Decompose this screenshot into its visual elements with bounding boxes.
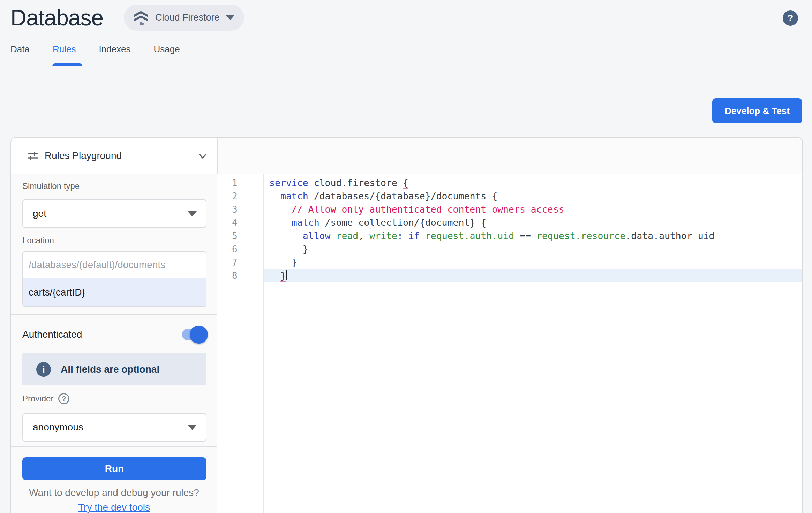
code-token: /databases/{database}/documents { [308,191,497,201]
line-number: 3 [218,203,263,216]
location-label: Location [22,236,54,245]
code-token: match [292,217,319,228]
code-token: request.auth.uid [425,230,514,241]
location-field[interactable]: /databases/(default)/documents carts/{ca… [22,251,206,307]
code-token: service [269,177,308,188]
code-line[interactable]: 8 } [218,269,802,282]
code-token: cloud.firestore [308,177,403,188]
rules-code-editor[interactable]: 1service cloud.firestore {2 match /datab… [218,174,802,513]
help-button[interactable]: ? [783,10,798,26]
authenticated-row: Authenticated [22,326,206,344]
code-token: } [269,244,308,254]
code-line[interactable]: 6 } [218,243,802,256]
dev-tools-link[interactable]: Try the dev tools [78,502,150,513]
location-input[interactable]: carts/{cartID} [23,278,206,306]
line-number: 4 [218,216,263,229]
question-mark-icon: ? [788,13,794,23]
firestore-icon [133,10,149,26]
code-line-source: // Allow only authenticated content owne… [263,203,802,216]
code-line[interactable]: 4 match /some_collection/{document} { [218,216,802,229]
develop-and-test-button[interactable]: Develop & Test [712,98,802,123]
tab-rules[interactable]: Rules [53,44,76,64]
code-token: .data.author_uid [625,230,714,241]
code-token [269,270,280,281]
simulation-type-select[interactable]: get [22,199,206,228]
code-line[interactable]: 3 // Allow only authenticated content ow… [218,203,802,216]
code-token: } [269,257,297,268]
line-number: 6 [218,243,263,256]
tabs-divider [0,66,812,66]
product-switcher-chip[interactable]: Cloud Firestore [124,5,244,31]
code-line-source: } [263,269,802,282]
code-token: } [280,270,286,282]
code-token: read [336,230,358,241]
authenticated-toggle[interactable] [182,328,206,341]
authenticated-label: Authenticated [22,329,82,340]
line-number: 5 [218,229,263,243]
section-divider [11,314,217,315]
code-area[interactable]: 1service cloud.firestore {2 match /datab… [218,174,802,513]
code-line-source: allow read, write: if request.auth.uid =… [263,229,802,243]
provider-select[interactable]: anonymous [22,413,206,442]
provider-help-icon[interactable]: ? [58,393,69,404]
code-token: { [403,177,408,189]
info-banner: i All fields are optional [22,353,206,385]
card-header: Rules Playground [11,138,802,174]
tab-data[interactable]: Data [10,44,30,64]
code-line-source: match /databases/{database}/documents { [263,190,802,203]
product-switcher-label: Cloud Firestore [155,12,220,23]
code-token [269,191,280,201]
line-number: 8 [218,269,263,282]
code-line[interactable]: 7 } [218,256,802,269]
code-line-source: service cloud.firestore { [263,176,802,190]
code-line[interactable]: 1service cloud.firestore { [218,176,802,190]
active-tab-indicator [52,63,82,66]
rules-playground-header[interactable]: Rules Playground [11,138,217,174]
code-line[interactable]: 5 allow read, write: if request.auth.uid… [218,229,802,243]
rules-card: Rules Playground Simulation type get Loc… [10,137,803,513]
code-token [269,230,303,241]
simulation-type-value: get [33,208,46,219]
toggle-knob [190,326,208,344]
page-title: Database [10,5,103,31]
tab-bar: Data Rules Indexes Usage [10,44,180,64]
line-number: 1 [218,176,263,190]
code-token [420,230,425,241]
top-bar: Database Cloud Firestore ? [0,0,812,35]
tab-indexes[interactable]: Indexes [99,44,130,64]
tab-usage[interactable]: Usage [153,44,180,64]
info-icon: i [36,362,51,377]
code-token: request.resource [536,230,625,241]
collapse-panel-icon[interactable] [196,150,209,163]
code-token: write [369,230,397,241]
code-token [331,230,336,241]
line-number: 2 [218,190,263,203]
code-token: match [280,191,308,201]
provider-value: anonymous [33,422,83,433]
code-token: /some_collection/{document} { [319,217,487,228]
text-cursor [286,270,287,280]
code-token [269,204,292,215]
run-button[interactable]: Run [22,457,206,480]
dropdown-arrow-icon [188,425,197,430]
info-message: All fields are optional [61,364,159,375]
code-token: if [408,230,420,241]
code-token: , [358,230,369,241]
provider-label: Provider [22,394,53,404]
chevron-down-icon [226,15,234,20]
simulation-type-label: Simulation type [22,181,80,191]
rules-playground-title: Rules Playground [45,150,122,161]
code-token: allow [303,230,331,241]
rules-playground-panel: Simulation type get Location /databases/… [11,174,217,513]
code-line[interactable]: 2 match /databases/{database}/documents … [218,190,802,203]
editor-toolbar-area [217,138,802,174]
code-token: == [514,230,536,241]
code-token: : [397,230,408,241]
line-number: 7 [218,256,263,269]
code-line-source: } [263,256,802,269]
dev-tools-link-row: Try the dev tools [11,502,217,513]
code-line-source: } [263,243,802,256]
provider-label-row: Provider ? [22,393,69,404]
tune-icon [27,150,39,162]
section-divider [11,446,217,447]
